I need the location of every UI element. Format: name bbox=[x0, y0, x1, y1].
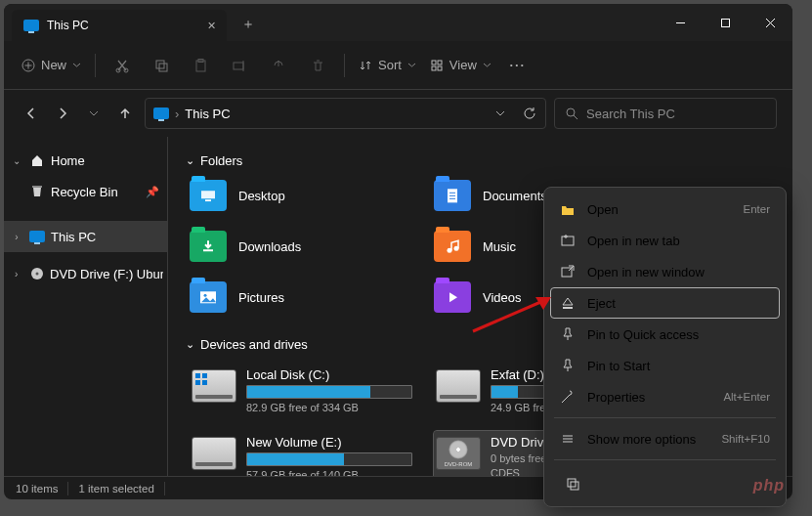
ctx-open-new-window[interactable]: Open in new window bbox=[550, 256, 780, 287]
ctx-show-more-options[interactable]: Show more options Shift+F10 bbox=[550, 423, 780, 454]
ctx-properties[interactable]: Properties Alt+Enter bbox=[550, 381, 780, 412]
ctx-label: Pin to Start bbox=[587, 359, 650, 373]
context-menu-separator bbox=[554, 417, 776, 418]
new-window-icon bbox=[560, 264, 576, 280]
folders-group-header[interactable]: ⌄ Folders bbox=[186, 147, 775, 174]
navigation-pane: ⌄ Home Recycle Bin 📌 › This PC › DVD Dri… bbox=[4, 137, 168, 476]
context-menu: Open Enter Open in new tab Open in new w… bbox=[543, 187, 787, 507]
context-menu-footer bbox=[550, 465, 780, 500]
svg-rect-9 bbox=[156, 61, 164, 68]
new-tab-icon bbox=[560, 233, 576, 248]
sidebar-item-home[interactable]: ⌄ Home bbox=[4, 145, 167, 176]
search-icon bbox=[565, 107, 578, 120]
refresh-button[interactable] bbox=[518, 102, 541, 125]
menu-icon bbox=[560, 431, 576, 447]
drive-name: New Volume (E:) bbox=[246, 435, 432, 450]
this-pc-icon bbox=[153, 108, 169, 119]
minimize-button[interactable] bbox=[658, 4, 703, 41]
sort-icon bbox=[359, 59, 372, 72]
maximize-button[interactable] bbox=[703, 4, 748, 41]
share-button[interactable] bbox=[260, 49, 297, 82]
drive-local-disk-c[interactable]: Local Disk (C:) 82.9 GB free of 334 GB bbox=[190, 364, 434, 417]
close-tab-button[interactable]: ✕ bbox=[203, 18, 219, 33]
address-bar[interactable]: › This PC bbox=[145, 98, 546, 129]
video-icon bbox=[445, 289, 460, 305]
ctx-label: Show more options bbox=[587, 432, 696, 447]
properties-icon bbox=[560, 389, 576, 405]
rename-button[interactable] bbox=[221, 49, 258, 82]
sidebar-item-recycle-bin[interactable]: Recycle Bin 📌 bbox=[4, 176, 167, 207]
up-button[interactable] bbox=[113, 102, 137, 125]
drive-new-volume-e[interactable]: New Volume (E:) 57.9 GB free of 140 GB bbox=[190, 431, 434, 476]
svg-rect-1 bbox=[721, 19, 729, 26]
ctx-eject[interactable]: Eject bbox=[550, 287, 780, 319]
address-dropdown-button[interactable] bbox=[489, 102, 512, 125]
svg-point-19 bbox=[567, 108, 575, 116]
drive-usage-bar bbox=[246, 385, 412, 399]
ctx-shortcut: Shift+F10 bbox=[721, 433, 770, 445]
svg-rect-18 bbox=[438, 66, 442, 70]
group-label: Devices and drives bbox=[200, 337, 308, 352]
folder-downloads[interactable]: Downloads bbox=[190, 231, 434, 262]
dvd-drive-icon: DVD-ROM bbox=[436, 437, 481, 470]
folder-label: Documents bbox=[483, 189, 547, 203]
paste-button[interactable] bbox=[182, 49, 219, 82]
this-pc-icon bbox=[23, 20, 39, 31]
view-button[interactable]: View bbox=[424, 49, 497, 82]
sidebar-item-dvd-drive[interactable]: › DVD Drive (F:) Ubun bbox=[4, 258, 167, 289]
window-tab[interactable]: This PC ✕ bbox=[12, 10, 227, 41]
new-button-label: New bbox=[41, 58, 66, 72]
ctx-open[interactable]: Open Enter bbox=[550, 194, 780, 225]
sort-button[interactable]: Sort bbox=[353, 49, 422, 82]
desktop-icon bbox=[200, 190, 216, 201]
view-icon bbox=[430, 59, 444, 72]
svg-rect-17 bbox=[432, 66, 436, 70]
chevron-right-icon: › bbox=[10, 232, 23, 242]
ctx-label: Properties bbox=[587, 390, 645, 405]
home-icon bbox=[29, 152, 45, 168]
chevron-down-icon bbox=[72, 61, 81, 69]
cut-button[interactable] bbox=[104, 49, 141, 82]
pin-icon: 📌 bbox=[146, 186, 159, 198]
ctx-pin-start[interactable]: Pin to Start bbox=[550, 350, 780, 381]
copy-icon bbox=[565, 476, 580, 492]
drive-name: Local Disk (C:) bbox=[246, 367, 432, 382]
view-label: View bbox=[449, 58, 477, 72]
svg-rect-42 bbox=[562, 236, 574, 245]
delete-button[interactable] bbox=[299, 49, 336, 82]
chevron-right-icon: › bbox=[10, 269, 23, 280]
drive-usage-bar bbox=[246, 452, 412, 466]
recent-locations-button[interactable] bbox=[82, 102, 106, 125]
sort-label: Sort bbox=[378, 58, 402, 72]
ctx-label: Open in new tab bbox=[587, 234, 680, 248]
drive-free-space: 57.9 GB free of 140 GB bbox=[246, 469, 432, 476]
forward-button[interactable] bbox=[51, 102, 74, 125]
ctx-copy-button[interactable] bbox=[556, 469, 589, 498]
this-pc-icon bbox=[29, 231, 45, 242]
sidebar-item-this-pc[interactable]: › This PC bbox=[4, 221, 167, 252]
close-window-button[interactable] bbox=[748, 4, 792, 41]
download-icon bbox=[200, 238, 216, 254]
titlebar: This PC ✕ ＋ bbox=[4, 4, 792, 41]
search-input[interactable]: Search This PC bbox=[554, 98, 777, 129]
music-icon bbox=[445, 238, 460, 254]
eject-icon bbox=[560, 295, 576, 311]
sidebar-item-label: This PC bbox=[51, 230, 96, 244]
copy-button[interactable] bbox=[143, 49, 180, 82]
recycle-bin-icon bbox=[29, 184, 45, 199]
ctx-label: Pin to Quick access bbox=[587, 327, 699, 342]
svg-rect-21 bbox=[32, 186, 42, 188]
folder-label: Music bbox=[483, 239, 516, 254]
navigation-bar: › This PC Search This PC bbox=[4, 90, 792, 137]
ctx-open-new-tab[interactable]: Open in new tab bbox=[550, 225, 780, 256]
sidebar-item-label: Home bbox=[51, 153, 85, 168]
ctx-pin-quick-access[interactable]: Pin to Quick access bbox=[550, 319, 780, 350]
folder-pictures[interactable]: Pictures bbox=[190, 281, 434, 313]
svg-rect-24 bbox=[201, 191, 215, 198]
folder-desktop[interactable]: Desktop bbox=[190, 180, 434, 211]
more-button[interactable]: ··· bbox=[499, 49, 536, 82]
back-button[interactable] bbox=[20, 102, 43, 125]
new-tab-button[interactable]: ＋ bbox=[233, 9, 264, 40]
svg-marker-46 bbox=[563, 298, 573, 305]
new-button[interactable]: New bbox=[16, 49, 87, 82]
